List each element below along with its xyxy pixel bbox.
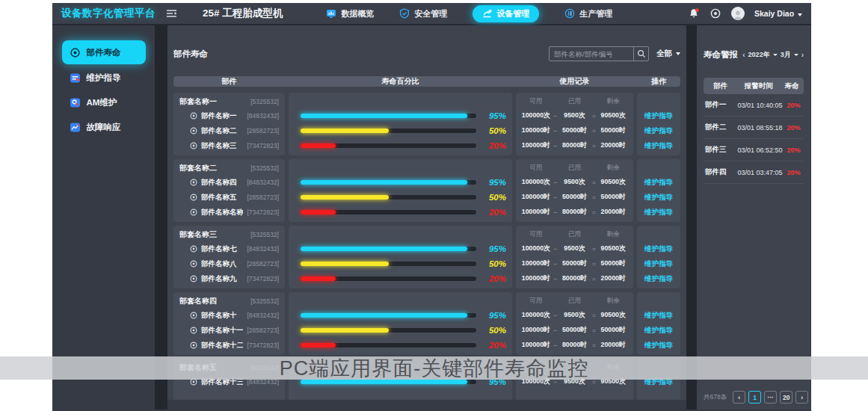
part-code: [84832432] <box>247 112 279 120</box>
part-row[interactable]: 部件名称一 [84832432] <box>173 108 285 123</box>
alarm-list: 部件一 03/01 10:40:05 20% 部件二 03/01 08:55:1… <box>704 94 804 184</box>
alarm-row[interactable]: 部件四 03/01 03:47:05 20% <box>704 161 804 184</box>
page-button[interactable]: ‹ <box>733 391 745 404</box>
alarm-part-name: 部件三 <box>704 145 738 155</box>
menu-toggle-icon[interactable] <box>166 9 177 18</box>
nav-label: 数据概览 <box>341 8 374 19</box>
part-row[interactable]: 部件名称七 [84832432] <box>173 241 285 256</box>
part-name: 部件名称七 <box>201 244 237 254</box>
usage-left: 20000时 <box>597 341 629 350</box>
maintenance-guide-link[interactable]: 维护指导 <box>644 178 673 188</box>
usage-col-left: 剩余 <box>597 230 629 239</box>
maintenance-guide-icon <box>70 72 81 84</box>
maintenance-guide-link[interactable]: 维护指导 <box>644 259 673 269</box>
usage-left: 90500次 <box>597 244 629 253</box>
usage-used: 9500次 <box>559 111 591 120</box>
alarm-col-time: 报警时间 <box>738 81 780 91</box>
part-row[interactable]: 部件名称五 [28582723] <box>173 190 285 205</box>
life-bar-fill <box>301 247 467 251</box>
user-avatar[interactable] <box>731 7 745 20</box>
nav-item-equipment[interactable]: 设备管理 <box>473 5 539 22</box>
caption-band: PC端应用界面-关键部件寿命监控 <box>0 356 868 380</box>
alarm-row[interactable]: 部件三 03/01 06:52:50 20% <box>704 139 804 161</box>
part-row[interactable]: 部件名称九 [73472823] <box>173 271 285 286</box>
page-button[interactable]: 1 <box>748 391 761 404</box>
part-group-row: 部套名称一 [5325532] 部件名称一 <box>173 93 680 155</box>
part-row[interactable]: 部件名称十一 [28582723] <box>173 323 285 338</box>
usage-left: 50000时 <box>597 193 629 202</box>
usage-col-available: 可用 <box>520 164 552 173</box>
maintenance-guide-link[interactable]: 维护指导 <box>644 311 673 321</box>
nav-item-data-overview[interactable]: 数据概览 <box>326 8 374 19</box>
part-row[interactable]: 部件名称二 [28582723] <box>173 123 285 138</box>
month-dropdown[interactable]: 3月 <box>781 50 798 60</box>
group-ops-cell: 维护指导 维护指导 维护指导 <box>637 292 680 355</box>
maintenance-guide-link[interactable]: 维护指导 <box>644 141 673 151</box>
part-name: 部件名称十一 <box>201 326 243 336</box>
search-icon <box>637 49 646 58</box>
spacer <box>637 228 680 241</box>
sidebar-item-part-life[interactable]: 部件寿命 <box>62 40 146 64</box>
life-bar-track <box>301 129 476 133</box>
filter-dropdown[interactable]: 全部 <box>656 49 680 59</box>
fault-response-icon <box>70 122 81 133</box>
equals-sign: = <box>590 112 597 120</box>
maintenance-guide-link[interactable]: 维护指导 <box>644 244 673 254</box>
alarm-row[interactable]: 部件一 03/01 10:40:05 20% <box>704 94 804 117</box>
maintenance-guide-link[interactable]: 维护指导 <box>644 326 673 336</box>
life-bar-fill <box>301 210 336 214</box>
group-bars-cell: 95% 50% 20% <box>289 292 512 355</box>
maintenance-guide-link[interactable]: 维护指导 <box>644 341 673 350</box>
alarm-row[interactable]: 部件二 03/01 08:55:18 20% <box>704 117 804 139</box>
settings-target-icon[interactable] <box>710 7 721 19</box>
search-button[interactable] <box>633 47 648 61</box>
life-bar-track <box>301 276 476 281</box>
notifications-bell-icon[interactable] <box>688 7 700 19</box>
part-row[interactable]: 部件名称八 [28582723] <box>173 256 285 271</box>
maintenance-guide-link[interactable]: 维护指导 <box>644 193 673 203</box>
year-dropdown[interactable]: 2022年 <box>748 50 778 60</box>
minus-sign: − <box>552 127 559 135</box>
col-operation: 操作 <box>637 76 680 87</box>
usage-used: 50000时 <box>559 259 591 268</box>
spacer <box>637 95 680 108</box>
part-row[interactable]: 部件名称十 [84832432] <box>173 308 285 323</box>
nav-item-safety[interactable]: 安全管理 <box>399 8 447 19</box>
life-bar-row: 95% <box>289 241 512 256</box>
group-name: 部套名称四 <box>179 296 217 306</box>
life-bar-row: 50% <box>289 256 512 271</box>
user-menu[interactable]: Skaiy Diao <box>754 9 802 18</box>
part-row[interactable]: 部件名称十二 [73472823] <box>173 338 285 353</box>
part-name: 部件名称四 <box>201 178 237 188</box>
life-bar-track <box>301 313 476 318</box>
part-row[interactable]: 部件名称三 [73472823] <box>173 138 285 153</box>
alarm-time: 03/01 08:55:18 <box>738 124 784 132</box>
equals-sign: = <box>590 260 597 268</box>
prev-month-button[interactable]: ‹ <box>742 51 745 59</box>
group-bars-cell: 95% 50% 20% <box>289 226 512 288</box>
page-button[interactable]: › <box>795 391 808 404</box>
op-row: 维护指导 <box>637 108 680 123</box>
part-row[interactable]: 部件名称四 [84832432] <box>173 175 285 190</box>
next-month-button[interactable]: › <box>801 51 804 59</box>
search-input[interactable] <box>550 47 633 61</box>
life-bar-row: 50% <box>289 190 512 205</box>
maintenance-guide-link[interactable]: 维护指导 <box>644 111 673 121</box>
usage-col-left: 剩余 <box>597 297 629 306</box>
life-bar-row: 20% <box>289 205 512 220</box>
sidebar-item-fault-response[interactable]: 故障响应 <box>62 116 146 138</box>
alarm-col-part: 部件 <box>704 81 738 91</box>
op-row: 维护指导 <box>637 138 680 153</box>
usage-left: 50000时 <box>597 126 629 135</box>
page-button[interactable]: 20 <box>780 391 792 404</box>
maintenance-guide-link[interactable]: 维护指导 <box>644 126 673 136</box>
maintenance-guide-link[interactable]: 维护指导 <box>644 274 673 284</box>
part-row[interactable]: 部件名称名称六... [73472823] <box>173 205 285 220</box>
page-button[interactable]: ··· <box>764 391 777 404</box>
maintenance-guide-link[interactable]: 维护指导 <box>644 208 673 217</box>
nav-item-production[interactable]: 生产管理 <box>564 8 612 19</box>
sidebar-item-am-maintenance[interactable]: AM维护 <box>62 91 146 114</box>
sidebar-item-maintenance-guide[interactable]: 维护指导 <box>62 67 146 89</box>
group-name: 部套名称一 <box>179 96 217 107</box>
life-percent-label: 95% <box>481 311 506 320</box>
